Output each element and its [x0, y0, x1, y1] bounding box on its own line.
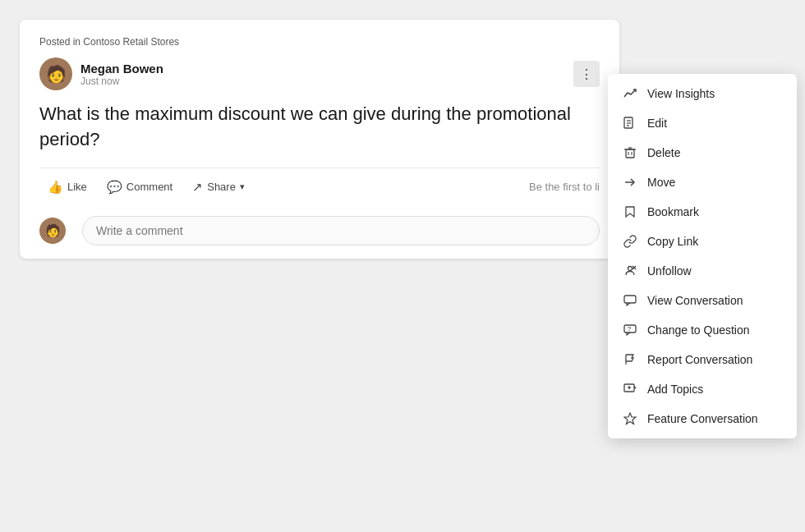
svg-point-10 [628, 267, 632, 271]
share-label: Share [207, 181, 236, 193]
comment-row: 🧑 [39, 206, 600, 259]
avatar: 🧑 [39, 57, 72, 90]
menu-item-feature-conversation[interactable]: Feature Conversation [608, 404, 797, 433]
flag-icon [623, 353, 637, 366]
unfollow-icon [623, 264, 637, 277]
menu-label-copy-link: Copy Link [647, 235, 698, 248]
menu-item-copy-link[interactable]: Copy Link [608, 227, 797, 256]
be-first-label: Be the first to li [529, 181, 600, 193]
menu-label-delete: Delete [647, 146, 680, 159]
menu-item-report-conversation[interactable]: Report Conversation [608, 345, 797, 374]
post-card: Posted in Contoso Retail Stores 🧑 Megan … [20, 20, 619, 259]
share-icon: ↗ [192, 180, 203, 195]
svg-marker-22 [624, 413, 636, 424]
menu-label-view-conversation: View Conversation [647, 294, 743, 307]
more-options-button[interactable]: ⋮ [573, 61, 600, 87]
commenter-avatar: 🧑 [39, 218, 66, 244]
like-icon: 👍 [48, 180, 63, 195]
menu-item-delete[interactable]: Delete [608, 138, 797, 167]
comment-button[interactable]: 💬 Comment [99, 175, 181, 200]
menu-label-unfollow: Unfollow [647, 264, 692, 277]
edit-icon [623, 117, 637, 130]
context-menu: View Insights Edit Delete [608, 74, 797, 438]
tag-icon [623, 383, 637, 396]
menu-label-view-insights: View Insights [647, 87, 715, 100]
menu-label-add-topics: Add Topics [647, 383, 703, 396]
menu-item-unfollow[interactable]: Unfollow [608, 256, 797, 286]
menu-item-bookmark[interactable]: Bookmark [608, 197, 797, 227]
question-icon: ? [623, 323, 637, 337]
menu-label-edit: Edit [647, 117, 667, 130]
svg-text:?: ? [628, 325, 632, 332]
menu-label-move: Move [647, 176, 675, 189]
author-name: Megan Bowen [80, 62, 600, 76]
share-chevron-icon: ▾ [240, 181, 245, 192]
action-row: 👍 Like 💬 Comment ↗ Share ▾ Be the first … [39, 167, 600, 206]
copy-link-icon [623, 235, 637, 248]
menu-label-change-to-question: Change to Question [647, 323, 750, 337]
svg-rect-4 [626, 149, 634, 158]
author-row: 🧑 Megan Bowen Just now ⋮ [39, 57, 600, 90]
like-label: Like [67, 181, 87, 193]
trash-icon [623, 146, 637, 159]
menu-item-move[interactable]: Move [608, 167, 797, 197]
menu-label-bookmark: Bookmark [647, 205, 699, 218]
like-button[interactable]: 👍 Like [39, 175, 95, 200]
bookmark-icon [623, 205, 637, 218]
menu-label-feature-conversation: Feature Conversation [647, 412, 758, 425]
menu-item-change-to-question[interactable]: ? Change to Question [608, 315, 797, 345]
author-info: Megan Bowen Just now [80, 62, 600, 87]
menu-item-view-insights[interactable]: View Insights [608, 79, 797, 108]
svg-rect-13 [624, 296, 636, 303]
posted-in-label: Posted in Contoso Retail Stores [39, 36, 600, 48]
menu-item-edit[interactable]: Edit [608, 108, 797, 138]
menu-label-report-conversation: Report Conversation [647, 353, 752, 366]
author-time: Just now [80, 76, 600, 87]
conversation-icon [623, 294, 637, 307]
post-question: What is the maximum discount we can give… [39, 102, 600, 153]
chart-icon [623, 87, 637, 100]
comment-input[interactable] [82, 216, 600, 245]
star-icon [623, 412, 637, 425]
comment-icon: 💬 [107, 180, 122, 195]
share-button[interactable]: ↗ Share ▾ [184, 175, 253, 200]
comment-label: Comment [126, 181, 172, 193]
menu-item-add-topics[interactable]: Add Topics [608, 374, 797, 404]
menu-item-view-conversation[interactable]: View Conversation [608, 286, 797, 315]
move-arrow-icon [623, 176, 637, 189]
